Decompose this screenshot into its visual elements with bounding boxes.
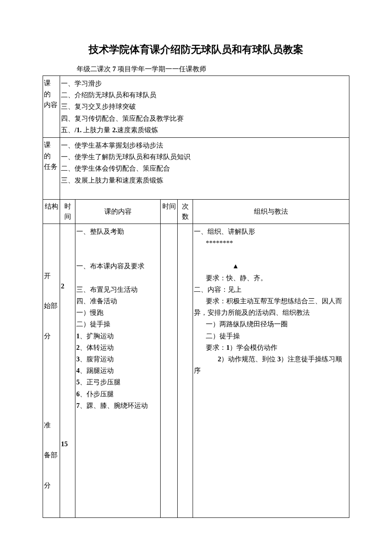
method-item: 要求：快、静、齐。 xyxy=(194,272,348,284)
label-line1: 课 的 xyxy=(44,141,51,160)
text: 准 xyxy=(44,421,51,429)
content-item: 一、整队及考勤 xyxy=(76,226,159,237)
content-item: 四、准备活动 xyxy=(76,295,159,307)
time-value: 15 xyxy=(61,439,68,449)
num: 7 xyxy=(76,402,80,409)
method-item: 二、内容：见上 xyxy=(194,284,348,295)
num: 4 xyxy=(76,367,80,374)
num: 6 xyxy=(76,390,80,398)
content-item: 三、布置见习生活动 xyxy=(76,284,159,295)
content-line: 三、复习交叉步持球突破 xyxy=(61,101,348,112)
method-item: 序 xyxy=(194,365,348,376)
content-item: 二）徒手操 xyxy=(76,318,159,330)
text: 五、 xyxy=(61,126,75,134)
num: 3 xyxy=(277,355,281,363)
course-task-cell: 一、使学生基本掌握划步移动步法 一、使学生了解防无球队员和有球队员知识 二、使学… xyxy=(60,137,349,199)
text: 、踢腿运动 xyxy=(80,367,114,374)
table-header-row: 结构 时间 课的内容 时间 次 数 组织与教法 xyxy=(43,199,349,224)
content-line: 五、/1. 上肢力量 2.速度素质锻炼 xyxy=(61,124,348,136)
header-method: 组织与教法 xyxy=(193,199,349,224)
content-item: 3、腹背运动 xyxy=(76,353,159,365)
method-item: 要求：1）学会模仿动作 xyxy=(194,342,348,353)
text: 次 xyxy=(182,203,189,210)
course-content-row: 课 的 内容 一、学习滑步 二、介绍防无球队员和有球队员 三、复习交叉步持球突破… xyxy=(43,76,349,138)
text: 分 xyxy=(44,482,51,489)
content-item: 2、体转运动 xyxy=(76,342,159,353)
content-item: 4、踢腿运动 xyxy=(76,365,159,376)
text: 、腹背运动 xyxy=(80,355,114,363)
course-task-label: 课 的 任务 xyxy=(43,137,60,199)
course-content-label: 课 的 内容 xyxy=(43,76,60,138)
content-item: 一）慢跑 xyxy=(76,307,159,318)
content-item: 6、仆步压腿 xyxy=(76,388,159,400)
text: 数 xyxy=(182,213,189,220)
meta-suffix: 项目学年一学期一一任课教师 xyxy=(116,65,206,73)
text: 、仆步压腿 xyxy=(80,390,114,398)
header-count: 次 数 xyxy=(178,199,193,224)
meta-prefix: 年级二课次 xyxy=(77,65,112,73)
lesson-plan-table: 课 的 内容 一、学习滑步 二、介绍防无球队员和有球队员 三、复习交叉步持球突破… xyxy=(43,76,349,518)
label-line2: 内容 xyxy=(44,101,58,108)
content-item: 7、踝、膝、腕绕环运动 xyxy=(76,400,159,411)
text: 、踝、膝、腕绕环运动 xyxy=(80,402,148,409)
text: 上肢力量 xyxy=(81,126,112,134)
text: 始部 xyxy=(44,302,58,309)
task-line: 二、使学生体会传切配合、策应配合 xyxy=(61,163,348,174)
task-line: 一、使学生了解防无球队员和有球队员知识 xyxy=(61,151,348,163)
content-line: 四、复习传切配合、策应配合及教学比赛 xyxy=(61,113,348,124)
text: 、正弓步压腿 xyxy=(80,378,121,386)
method-cell: 一、组织、讲解队形 ******** ▲ 要求：快、静、齐。 二、内容：见上 要… xyxy=(193,224,349,517)
text: 分 xyxy=(44,332,51,340)
header-time2: 时间 xyxy=(161,199,178,224)
bold-text: 2. xyxy=(112,126,117,134)
text: 、体转运动 xyxy=(80,344,114,351)
method-item: 异，安排力所能及的活动四、组织教法 xyxy=(194,307,348,318)
content-item: 1、扩胸运动 xyxy=(76,330,159,342)
text: 开 xyxy=(44,272,51,279)
text: ）动作规范、到位 xyxy=(221,355,277,363)
method-stars: ******** xyxy=(194,237,348,249)
time-cell: 2 15 xyxy=(60,224,75,517)
label-line1: 课 的 xyxy=(44,79,51,98)
content-cell: 一、整队及考勤 一、布本课内容及要求 三、布置见习生活动 四、准备活动 一）慢跑… xyxy=(75,224,161,517)
method-item: 2）动作规范、到位 3）注意徒手操练习顺 xyxy=(194,353,348,365)
content-line: 一、学习滑步 xyxy=(61,78,348,89)
num: 1 xyxy=(226,344,230,351)
course-task-row: 课 的 任务 一、使学生基本掌握划步移动步法 一、使学生了解防无球队员和有球队员… xyxy=(43,137,349,199)
num: 3 xyxy=(76,355,80,363)
content-line: 二、介绍防无球队员和有球队员 xyxy=(61,89,348,101)
structure-cell: 开 始部 分 准 备部 分 xyxy=(43,224,60,517)
num: 2 xyxy=(218,355,221,363)
task-line: 一、使学生基本掌握划步移动步法 xyxy=(61,139,348,151)
label-line2: 任务 xyxy=(44,163,58,170)
text: 要求： xyxy=(206,344,226,351)
course-content-cell: 一、学习滑步 二、介绍防无球队员和有球队员 三、复习交叉步持球突破 四、复习传切… xyxy=(60,76,349,138)
content-item: 一、布本课内容及要求 xyxy=(76,260,159,272)
method-item: 一）两路纵队绕田径场一圈 xyxy=(194,318,348,330)
table-body-row: 开 始部 分 准 备部 分 2 15 一、整队及 xyxy=(43,224,349,517)
triangle-icon: ▲ xyxy=(194,260,348,272)
method-item: 二）徒手操 xyxy=(194,330,348,342)
lesson-number: 7 xyxy=(112,65,116,73)
content-item: 5、正弓步压腿 xyxy=(76,376,159,388)
header-structure: 结构 xyxy=(43,199,60,224)
page-title: 技术学院体育课介绍防无球队员和有球队员教案 xyxy=(43,43,349,56)
meta-line: 年级二课次 7 项目学年一学期一一任课教师 xyxy=(77,65,349,74)
task-line: 三、发展上肢力量和速度素质锻炼 xyxy=(61,174,348,186)
text: ）注意徒手操练习顺 xyxy=(281,355,342,363)
bold-text: /1. xyxy=(75,126,81,134)
text: 速度素质锻炼 xyxy=(117,126,158,134)
num: 5 xyxy=(76,378,80,386)
header-content: 课的内容 xyxy=(75,199,161,224)
num: 2 xyxy=(76,344,80,351)
method-item: 要求：积极主动互帮互学想练结合三、因人而 xyxy=(194,295,348,307)
document-page: 技术学院体育课介绍防无球队员和有球队员教案 年级二课次 7 项目学年一学期一一任… xyxy=(0,0,392,535)
method-item: 一、组织、讲解队形 xyxy=(194,226,348,237)
count-cell xyxy=(178,224,193,517)
num: 1 xyxy=(76,332,80,340)
text: ）学会模仿动作 xyxy=(230,344,277,351)
time-value: 2 xyxy=(61,281,64,291)
text: 、扩胸运动 xyxy=(80,332,114,340)
header-time: 时间 xyxy=(60,199,75,224)
text: 备部 xyxy=(44,451,58,459)
